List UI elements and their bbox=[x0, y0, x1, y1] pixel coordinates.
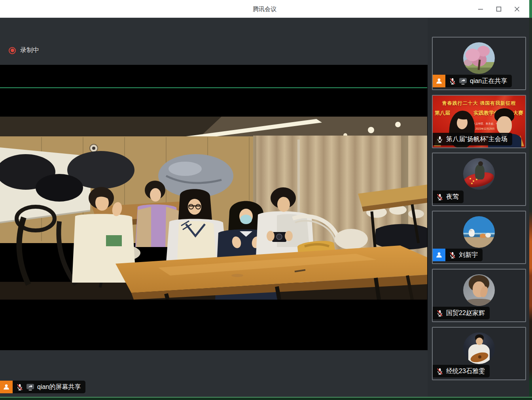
share-pill-label: qian的屏幕共享 bbox=[37, 383, 81, 391]
banner-line1: 青春践行二十大 强国有我新征程 bbox=[433, 100, 525, 107]
banner-line2-left: 第八届 bbox=[435, 109, 450, 117]
participant-tile-main-venue[interactable]: 青春践行二十大 强国有我新征程 第八届 实践教学优秀 大赛 思主义学院、教务处、… bbox=[432, 95, 526, 148]
tencent-meeting-window: 腾讯会议 录制中 bbox=[0, 0, 532, 400]
mic-muted-icon bbox=[16, 383, 23, 391]
close-button[interactable] bbox=[508, 0, 526, 18]
tile-label: 夜莺 bbox=[433, 191, 464, 203]
participant-tile-qian[interactable]: qian正在共享 bbox=[432, 37, 526, 90]
meeting-topbar: 录制中 bbox=[0, 18, 428, 65]
screen-share-icon bbox=[26, 383, 34, 391]
participant-tile-zhaojiahui[interactable]: 国贸22赵家辉 bbox=[432, 269, 526, 322]
window-title: 腾讯会议 bbox=[0, 0, 529, 18]
avatar bbox=[463, 158, 495, 190]
participant-name: 第八届“扬帆杯”主会场 bbox=[446, 135, 507, 143]
tile-label: qian正在共享 bbox=[433, 75, 512, 87]
stage-share-pill: qian的屏幕共享 bbox=[0, 381, 85, 393]
participant-name: 夜莺 bbox=[446, 193, 459, 201]
maximize-button[interactable] bbox=[490, 0, 508, 18]
presenter-badge-icon bbox=[433, 75, 445, 87]
avatar bbox=[463, 274, 495, 306]
minimize-button[interactable] bbox=[471, 0, 490, 18]
member-badge-icon bbox=[433, 249, 445, 261]
participant-tile-shiyawen[interactable]: 经统23石雅雯 bbox=[432, 327, 526, 380]
participant-name: 刘新宇 bbox=[459, 251, 478, 259]
recording-icon bbox=[9, 47, 16, 54]
participant-tile-liuxinyu[interactable]: 刘新宇 bbox=[432, 211, 526, 264]
tile-label: 第八届“扬帆杯”主会场 bbox=[433, 133, 512, 145]
tile-label: 经统23石雅雯 bbox=[433, 365, 490, 377]
participant-tile-yeying[interactable]: 夜莺 bbox=[432, 153, 526, 206]
desktop-edge-top bbox=[529, 0, 532, 18]
mic-muted-icon bbox=[436, 309, 443, 317]
desktop-edge-bottom bbox=[0, 397, 532, 400]
avatar bbox=[463, 216, 495, 248]
recording-label: 录制中 bbox=[20, 46, 39, 55]
participants-sidebar: qian正在共享 青春践行二十大 强国有我新征程 第八届 实践教学优秀 大赛 思… bbox=[428, 18, 529, 397]
main-stage-column: 录制中 bbox=[0, 18, 428, 397]
mic-muted-icon bbox=[436, 193, 443, 201]
shared-screen-stage bbox=[0, 65, 428, 350]
share-border-line bbox=[0, 87, 427, 88]
window-controls bbox=[471, 0, 526, 18]
mic-muted-icon bbox=[449, 251, 456, 259]
mic-on-icon bbox=[436, 136, 443, 143]
mic-muted-icon bbox=[449, 77, 456, 85]
mic-muted-icon bbox=[436, 368, 443, 375]
participant-name: qian正在共享 bbox=[470, 77, 507, 85]
recording-indicator: 录制中 bbox=[9, 46, 39, 55]
screen-share-icon bbox=[459, 77, 467, 85]
tile-label: 国贸22赵家辉 bbox=[433, 307, 490, 319]
desktop-edge-right bbox=[529, 18, 532, 397]
tile-label: 刘新宇 bbox=[433, 249, 483, 261]
banner-line4: 2023年12月29日 bbox=[475, 127, 494, 131]
shared-video bbox=[0, 117, 427, 300]
avatar bbox=[463, 332, 495, 364]
banner-line2-right: 大赛 bbox=[513, 109, 523, 117]
participant-name: 国贸22赵家辉 bbox=[446, 309, 485, 317]
presenter-badge-icon bbox=[0, 381, 13, 393]
avatar bbox=[463, 42, 495, 74]
participant-name: 经统23石雅雯 bbox=[446, 367, 485, 375]
titlebar: 腾讯会议 bbox=[0, 0, 529, 18]
